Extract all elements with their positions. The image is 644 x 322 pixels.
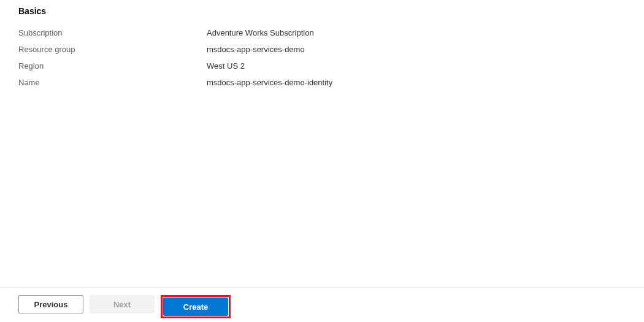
review-section: Basics Subscription Adventure Works Subs…: [0, 0, 644, 91]
previous-button[interactable]: Previous: [18, 295, 83, 313]
property-row: Name msdocs-app-services-demo-identity: [18, 74, 332, 91]
property-value-subscription: Adventure Works Subscription: [207, 25, 332, 41]
property-value-region: West US 2: [207, 58, 332, 74]
create-button-highlight: Create: [161, 295, 231, 318]
property-label-name: Name: [18, 74, 207, 91]
property-row: Resource group msdocs-app-services-demo: [18, 41, 332, 58]
property-row: Region West US 2: [18, 58, 332, 74]
next-button: Next: [90, 295, 155, 313]
property-label-subscription: Subscription: [18, 25, 207, 41]
property-value-resource-group: msdocs-app-services-demo: [207, 41, 332, 58]
property-label-region: Region: [18, 58, 207, 74]
property-list: Subscription Adventure Works Subscriptio…: [18, 25, 332, 91]
section-heading: Basics: [18, 6, 626, 16]
create-button[interactable]: Create: [163, 297, 228, 316]
wizard-footer: Previous Next Create: [0, 287, 644, 322]
property-value-name: msdocs-app-services-demo-identity: [207, 74, 332, 91]
property-row: Subscription Adventure Works Subscriptio…: [18, 25, 332, 41]
property-label-resource-group: Resource group: [18, 41, 207, 58]
